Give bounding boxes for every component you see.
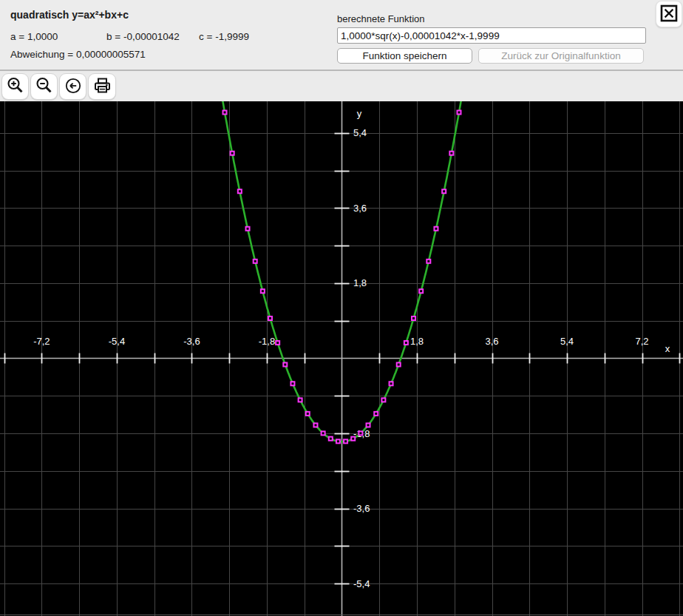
svg-text:7,2: 7,2 (636, 336, 649, 347)
zoom-in-icon (6, 76, 25, 98)
svg-text:-5,4: -5,4 (109, 336, 125, 347)
svg-text:-3,6: -3,6 (183, 336, 200, 347)
zoom-out-icon (35, 76, 54, 98)
svg-text:x: x (665, 343, 670, 354)
back-button[interactable] (59, 73, 86, 100)
svg-text:-1,8: -1,8 (259, 336, 275, 347)
svg-text:-5,4: -5,4 (353, 578, 370, 589)
graph-canvas[interactable]: -7,2-5,4-3,6-1,81,83,65,47,25,43,61,8-1,… (0, 101, 683, 616)
svg-text:-7,2: -7,2 (33, 336, 50, 347)
back-arrow-icon (64, 76, 83, 98)
computed-function-label: berechnete Funktion (337, 13, 425, 24)
header-panel: quadratisch y=ax²+bx+c a = 1,0000 b = -0… (0, 0, 683, 70)
close-icon (659, 4, 679, 25)
save-function-button[interactable]: Funktion speichern (337, 48, 472, 64)
svg-text:1,8: 1,8 (410, 336, 424, 347)
model-title: quadratisch y=ax²+bx+c (10, 9, 129, 21)
close-button[interactable] (656, 1, 682, 27)
plot-toolbar (0, 70, 683, 101)
param-a: a = 1,0000 (10, 31, 58, 42)
zoom-in-button[interactable] (1, 73, 29, 100)
param-c: c = -1,9999 (199, 31, 249, 42)
window-bottom-edge (0, 615, 683, 615)
svg-text:5,4: 5,4 (560, 336, 574, 347)
zoom-out-button[interactable] (30, 73, 58, 100)
print-button[interactable] (88, 73, 116, 100)
param-b: b = -0,00001042 (106, 31, 180, 42)
axes (0, 101, 683, 616)
tick-labels: -7,2-5,4-3,6-1,81,83,65,47,25,43,61,8-1,… (33, 108, 670, 589)
svg-text:3,6: 3,6 (486, 336, 499, 347)
reset-to-original-button[interactable]: Zurück zur Originalfunktion (478, 48, 644, 64)
svg-text:1,8: 1,8 (353, 277, 367, 288)
svg-text:-3,6: -3,6 (353, 503, 370, 514)
function-plot: -7,2-5,4-3,6-1,81,83,65,47,25,43,61,8-1,… (0, 101, 683, 616)
svg-text:5,4: 5,4 (353, 127, 367, 138)
computed-function-input[interactable] (337, 27, 646, 44)
svg-text:3,6: 3,6 (353, 203, 367, 214)
svg-text:y: y (357, 108, 362, 119)
deviation-value: Abweichung = 0,00000005571 (10, 49, 146, 60)
print-icon (92, 75, 112, 98)
